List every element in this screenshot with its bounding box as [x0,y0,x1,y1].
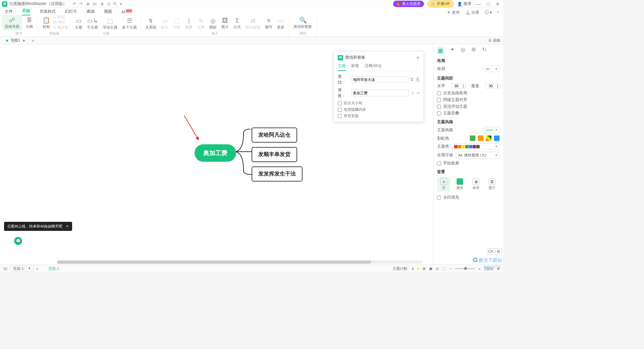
rainbow-2[interactable] [478,135,484,141]
open-icon[interactable]: 🗁 [93,2,97,6]
panel-toggle[interactable]: ☰ 面板 [488,38,503,43]
fp-tab-tag[interactable]: 标签 [351,63,359,71]
menu-view[interactable]: 视图 [104,9,112,15]
copy-button[interactable]: ⿻拷贝 [53,20,68,25]
central-topic[interactable]: 奥加工费 [195,144,236,162]
cut-button[interactable]: ✂剪切 [53,15,68,20]
panel-tab-style-icon[interactable]: ✦ [450,46,454,55]
fp-tab-topic[interactable]: 主题 [338,63,346,71]
chk-stack[interactable] [437,111,441,115]
promo-vip[interactable]: 🛒 开通VIP [427,0,454,7]
callout-button[interactable]: ▭标注 [159,16,170,31]
horiz-input[interactable] [451,84,462,88]
boundary-button[interactable]: ⬚外框 [171,16,182,31]
page-selector[interactable]: 页面-1▾ [10,265,34,272]
chk-case[interactable] [338,101,342,105]
login-button[interactable]: 👤 登录 [457,1,472,7]
format-painter-button[interactable]: ✎格式刷 [53,25,68,30]
image-button[interactable]: 🖼图片 [219,16,231,31]
export-icon[interactable]: ⇱ [113,2,117,6]
minimize-button[interactable]: — [475,1,482,7]
font-select[interactable]: Aa 微软雅黑 (大)▾ [456,152,500,159]
layout-select[interactable]: ⊷▾ [484,66,500,72]
style-select[interactable]: ⊷⊶▾ [484,127,500,133]
redo-icon[interactable]: ↷ [79,2,83,6]
chk-watermark[interactable] [437,196,441,200]
replace-one-icon[interactable]: ⤹ [411,91,414,95]
chk-align[interactable] [437,98,441,102]
chk-allpages[interactable] [338,114,342,118]
qa-more-icon[interactable]: ▾ [120,2,122,6]
more-insert-button[interactable]: ⋯更多 [275,16,286,31]
panel-tab-history-icon[interactable]: ↻ [482,46,486,55]
bg-image[interactable]: 🖼图片 [485,177,499,192]
number-button[interactable]: ≡编号 [263,16,274,31]
comment-button[interactable]: ✎注释 [195,16,207,31]
formula-button[interactable]: Σ公式 [231,16,243,31]
bilink-button[interactable]: ⇄双向链接 [244,16,262,31]
share-button[interactable]: ⚓ 分享 [465,10,479,15]
add-tab-button[interactable]: + [28,38,38,43]
rainbow-4[interactable] [494,135,500,141]
undo-icon[interactable]: ↶ [73,2,76,6]
bg-texture[interactable]: ▩纹理 [469,177,483,192]
view-fit-icon[interactable]: ▣ [429,266,432,271]
view-grid-icon[interactable]: ⊞ [423,266,426,271]
promo-coupon[interactable]: 🎁 新人优惠券 [393,1,424,7]
fp-tab-note[interactable]: 注释/评论 [365,63,382,71]
replace-all-icon[interactable]: ⤻ [416,91,420,95]
menu-file[interactable]: 文件 [5,9,13,15]
outline-mode-button[interactable]: ≣大纲 [23,15,36,31]
menu-page-style[interactable]: 页面样式 [40,9,56,15]
mindmap-mode-button[interactable]: ☍思维导图 [2,15,22,31]
new-icon[interactable]: ⊕ [86,2,90,6]
find-input[interactable] [351,76,408,83]
menu-start[interactable]: 开始 [22,8,30,15]
zoom-out-button[interactable]: − [449,267,451,271]
pages-icon[interactable]: ▯▯ [3,266,7,271]
chk-float[interactable] [437,105,441,109]
child-topic-3[interactable]: 发发挥发生干法 [252,166,303,182]
menu-ai[interactable]: AIHot [121,10,132,15]
help-button[interactable]: ⓘ ▾ [485,10,492,15]
close-button[interactable]: ✕ [494,1,501,7]
document-tab[interactable]: 导图1 [3,38,28,43]
add-page-button[interactable]: + [36,267,38,271]
horiz-spinner[interactable]: ▲▼ [451,83,466,89]
ai-chat-bubble[interactable]: 💬 [14,237,22,245]
zoom-slider[interactable] [455,268,475,269]
topic-button[interactable]: ▭主题 [73,16,84,31]
summary-button[interactable]: ⟫概要 [183,16,195,31]
bg-color[interactable]: 颜色 [453,177,467,192]
print-icon[interactable]: ⎙ [108,2,110,6]
scrollbar-thumb[interactable] [57,260,371,264]
relation-button[interactable]: ↯关系线 [143,16,158,31]
vert-spinner[interactable]: ▲▼ [485,83,500,89]
rainbow-3[interactable] [486,135,492,141]
paste-button[interactable]: 📋粘贴 [40,15,53,31]
canvas[interactable]: 奥加工费 发哈阿凡达仓 发顺丰单发货 发发挥发生干法 M 查找和替换 ✕ 主题 … [0,44,433,264]
rainbow-1[interactable] [470,135,476,141]
collapse-ribbon-button[interactable]: ^ [497,10,499,15]
save-icon[interactable]: 🗎 [100,2,104,6]
panel-tab-layout-icon[interactable]: ▦ [437,46,444,55]
panel-tab-marker-icon[interactable]: ◎ [461,46,465,55]
subtopic-button[interactable]: ▭↳子主题 [85,16,100,31]
icon-button[interactable]: ◎图标 [207,16,219,31]
chk-handdrawn[interactable] [437,161,441,165]
panel-tab-settings-icon[interactable]: ⚙ [471,46,476,55]
view-center-icon[interactable]: ◎ [436,266,439,271]
child-topic-1[interactable]: 发哈阿凡达仓 [252,128,297,143]
ime-indicator[interactable]: CH ♪ 简 [487,248,502,255]
menu-advanced[interactable]: 高级 [87,9,95,15]
page-tab-active[interactable]: 页面-1 [48,266,59,271]
theme-color-select[interactable]: ▾ [452,143,500,150]
child-topic-2[interactable]: 发顺丰单发货 [252,147,297,162]
chk-free-layout[interactable] [437,91,441,95]
multi-topic-button[interactable]: ☰多个主题 [120,16,139,31]
menu-slideshow[interactable]: 幻灯片 [65,9,77,15]
float-topic-button[interactable]: ⬚浮动主题 [101,16,119,31]
publish-button[interactable]: ✈ 发布 [447,10,460,15]
fullscreen-icon[interactable]: ⛶ [442,267,446,271]
zoom-in-button[interactable]: + [478,267,480,271]
